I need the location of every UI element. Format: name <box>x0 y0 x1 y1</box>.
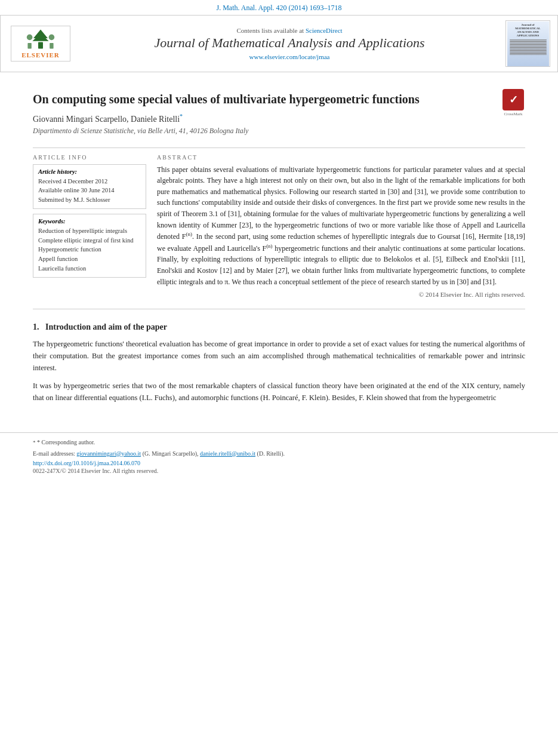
received-date: Received 4 December 2012 <box>38 177 141 186</box>
journal-cover-image: Journal ofMATHEMATICALANALYSIS ANDAPPLIC… <box>507 21 549 66</box>
abstract-header: ABSTRACT <box>157 154 525 161</box>
svg-point-3 <box>27 35 33 41</box>
crossmark-label: CrossMark <box>504 112 522 116</box>
paper-title: On computing some special values of mult… <box>33 91 495 107</box>
content-divider <box>33 309 525 309</box>
title-divider <box>33 147 525 148</box>
contents-available-line: Contents lists available at ScienceDirec… <box>79 27 500 34</box>
intro-paragraph-2: It was by hypergeometric series that two… <box>33 380 525 404</box>
fd2-superscript: (n) <box>266 243 273 249</box>
article-info-abstract-section: ARTICLE INFO Article history: Received 4… <box>33 154 525 299</box>
article-info-header: ARTICLE INFO <box>33 154 146 161</box>
intro-paragraph-1: The hypergeometric functions' theoretica… <box>33 338 525 374</box>
keyword-3: Hypergeometric function <box>38 245 141 254</box>
article-history-box: Article history: Received 4 December 201… <box>33 164 146 209</box>
copyright-line: © 2014 Elsevier Inc. All rights reserved… <box>157 291 525 298</box>
keyword-5: Lauricella function <box>38 264 141 273</box>
authors-line: Giovanni Mingari Scarpello, Daniele Rite… <box>33 113 495 124</box>
journal-header: ELSEVIER Contents lists available at Sci… <box>0 16 558 72</box>
email-footnote: E-mail addresses: giovannimingari@yahoo.… <box>33 449 525 458</box>
journal-thumbnail: Journal ofMATHEMATICALANALYSIS ANDAPPLIC… <box>505 20 550 67</box>
elsevier-logo: ELSEVIER <box>11 26 70 62</box>
abstract-column: ABSTRACT This paper obtains several eval… <box>157 154 525 299</box>
elsevier-wordmark: ELSEVIER <box>21 51 60 59</box>
submitted-by: Submitted by M.J. Schlosser <box>38 195 141 205</box>
keywords-title: Keywords: <box>38 218 141 225</box>
journal-title-area: Contents lists available at ScienceDirec… <box>79 27 500 60</box>
page-footer: * * Corresponding author. E-mail address… <box>0 432 558 478</box>
title-main-area: On computing some special values of mult… <box>33 83 495 142</box>
crossmark-badge: ✓ <box>502 89 524 110</box>
intro-section-title: 1. Introduction and aim of the paper <box>33 322 525 332</box>
sciencedirect-link[interactable]: ScienceDirect <box>306 27 343 34</box>
journal-citation: J. Math. Anal. Appl. 420 (2014) 1693–171… <box>217 4 342 12</box>
corresponding-author-note: * * Corresponding author. <box>33 438 525 447</box>
affiliation-line: Dipartimento di Scienze Statistiche, via… <box>33 127 495 136</box>
article-info-column: ARTICLE INFO Article history: Received 4… <box>33 154 146 299</box>
abstract-body-text: This paper obtains several evaluations o… <box>157 165 525 241</box>
keyword-2: Complete elliptic integral of first kind <box>38 236 141 245</box>
svg-text:✓: ✓ <box>509 94 518 106</box>
keywords-box: Keywords: Reduction of hyperelliptic int… <box>33 214 146 278</box>
elsevier-tree-icon <box>20 29 61 50</box>
doi-link[interactable]: http://dx.doi.org/10.1016/j.jmaa.2014.06… <box>33 460 525 466</box>
journal-url: www.elsevier.com/locate/jmaa <box>79 53 500 60</box>
crossmark-area: ✓ CrossMark <box>501 89 525 116</box>
svg-rect-0 <box>38 42 43 48</box>
article-history-title: Article history: <box>38 168 141 175</box>
issn-line: 0022-247X/© 2014 Elsevier Inc. All right… <box>33 468 525 474</box>
svg-rect-6 <box>50 43 53 49</box>
abstract-text: This paper obtains several evaluations o… <box>157 164 525 288</box>
title-row: On computing some special values of mult… <box>33 83 525 142</box>
fd-superscript: (n) <box>186 231 192 237</box>
email-2-link[interactable]: daniele.ritelli@unibo.it <box>200 450 255 457</box>
main-content: On computing some special values of mult… <box>0 72 558 420</box>
svg-point-4 <box>49 35 55 41</box>
available-online-date: Available online 30 June 2014 <box>38 186 141 195</box>
keyword-1: Reduction of hyperelliptic integrals <box>38 226 141 236</box>
top-citation-bar: J. Math. Anal. Appl. 420 (2014) 1693–171… <box>0 0 558 16</box>
crossmark-icon: ✓ <box>505 91 522 108</box>
journal-full-title: Journal of Mathematical Analysis and App… <box>79 35 500 51</box>
elsevier-logo-area: ELSEVIER <box>8 26 73 62</box>
keyword-4: Appell function <box>38 254 141 264</box>
svg-rect-5 <box>27 43 31 49</box>
email-1-link[interactable]: giovannimingari@yahoo.it <box>76 450 141 457</box>
